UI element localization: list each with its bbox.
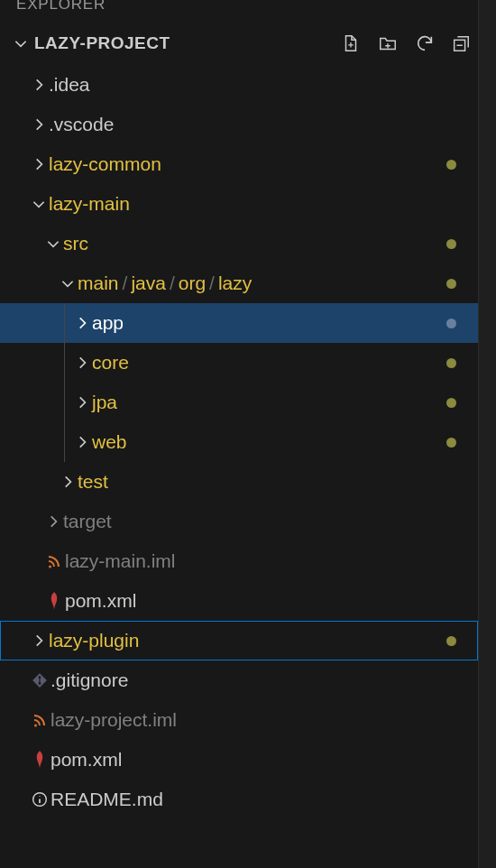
- chevron-right-icon: [29, 156, 49, 172]
- tree-label: README.md: [51, 789, 467, 810]
- tree-label: lazy-main.iml: [65, 550, 467, 572]
- modified-dot-icon: [446, 239, 456, 249]
- maven-file-icon: [29, 751, 51, 769]
- tree-label: main/java/org/lazy: [78, 272, 446, 294]
- file-gitignore[interactable]: .gitignore: [0, 660, 478, 700]
- info-file-icon: [29, 791, 51, 808]
- chevron-down-icon: [13, 35, 29, 51]
- tree-label: jpa: [92, 392, 446, 413]
- path-separator: /: [166, 272, 179, 293]
- chevron-down-icon: [43, 235, 63, 252]
- folder-target[interactable]: target: [0, 502, 478, 541]
- explorer-label: EXPLORER: [16, 0, 106, 14]
- folder-test[interactable]: test: [0, 462, 478, 502]
- tree-label: lazy-plugin: [49, 630, 446, 651]
- folder-core[interactable]: core: [0, 343, 478, 383]
- path-separator: /: [206, 272, 218, 293]
- tree-label: pom.xml: [65, 590, 467, 612]
- file-tree: .idea .vscode lazy-common lazy-main src: [0, 65, 478, 819]
- file-lazy-main-iml[interactable]: lazy-main.iml: [0, 541, 478, 581]
- modified-dot-icon: [446, 160, 456, 170]
- chevron-right-icon: [72, 394, 92, 411]
- tree-label: web: [92, 431, 446, 453]
- folder-web[interactable]: web: [0, 422, 478, 462]
- folder-app[interactable]: app: [0, 303, 478, 343]
- chevron-right-icon: [58, 474, 78, 490]
- path-seg: java: [131, 272, 166, 293]
- tree-label: core: [92, 352, 446, 374]
- path-separator: /: [119, 272, 132, 293]
- rss-file-icon: [29, 713, 51, 727]
- modified-dot-icon: [446, 279, 456, 289]
- path-seg: lazy: [218, 272, 252, 293]
- modified-dot-icon: [446, 636, 456, 646]
- chevron-right-icon: [29, 633, 49, 649]
- header-actions: [341, 33, 471, 53]
- modified-dot-icon: [446, 398, 456, 408]
- editor-edge: [478, 0, 496, 868]
- project-name: LAZY-PROJECT: [34, 33, 170, 53]
- tree-label: lazy-common: [49, 153, 446, 175]
- tree-label: lazy-main: [49, 193, 467, 215]
- folder-src[interactable]: src: [0, 224, 478, 263]
- tree-label: .gitignore: [51, 669, 467, 691]
- tree-label: app: [92, 312, 446, 334]
- file-lazy-project-iml[interactable]: lazy-project.iml: [0, 700, 478, 740]
- tree-label: lazy-project.iml: [51, 709, 467, 731]
- folder-jpa[interactable]: jpa: [0, 383, 478, 422]
- chevron-right-icon: [29, 77, 49, 93]
- path-seg: main: [78, 272, 119, 293]
- chevron-right-icon: [29, 116, 49, 133]
- file-readme[interactable]: README.md: [0, 780, 478, 819]
- modified-dot-icon: [446, 358, 456, 368]
- file-pom-xml-1[interactable]: pom.xml: [0, 581, 478, 621]
- chevron-right-icon: [72, 434, 92, 450]
- file-pom-xml-2[interactable]: pom.xml: [0, 740, 478, 780]
- tree-label: pom.xml: [51, 749, 467, 771]
- tree-label: .idea: [49, 74, 467, 96]
- rss-file-icon: [43, 554, 65, 568]
- folder-lazy-plugin[interactable]: lazy-plugin: [0, 621, 478, 660]
- folder-lazy-common[interactable]: lazy-common: [0, 144, 478, 184]
- new-folder-icon[interactable]: [377, 33, 399, 53]
- refresh-icon[interactable]: [415, 33, 435, 53]
- folder-lazy-main[interactable]: lazy-main: [0, 184, 478, 224]
- chevron-right-icon: [72, 315, 92, 331]
- chevron-right-icon: [43, 513, 63, 530]
- modified-dot-icon: [446, 438, 456, 448]
- new-file-icon[interactable]: [341, 33, 361, 53]
- path-seg: org: [179, 272, 206, 293]
- chevron-down-icon: [58, 275, 78, 291]
- explorer-panel: EXPLORER LAZY-PROJECT: [0, 0, 478, 868]
- git-file-icon: [29, 672, 51, 688]
- tree-label: test: [78, 471, 467, 493]
- project-title: LAZY-PROJECT: [13, 33, 341, 53]
- tree-label: target: [63, 511, 467, 532]
- project-header[interactable]: LAZY-PROJECT: [0, 27, 478, 60]
- collapse-all-icon[interactable]: [451, 33, 471, 53]
- chevron-right-icon: [72, 355, 92, 371]
- panel-title: EXPLORER: [0, 0, 478, 9]
- tree-label: .vscode: [49, 114, 467, 135]
- folder-idea[interactable]: .idea: [0, 65, 478, 105]
- chevron-down-icon: [29, 196, 49, 212]
- maven-file-icon: [43, 592, 65, 610]
- tree-label: src: [63, 233, 446, 254]
- folder-vscode[interactable]: .vscode: [0, 105, 478, 144]
- folder-main-java-org-lazy[interactable]: main/java/org/lazy: [0, 263, 478, 303]
- untracked-dot-icon: [446, 319, 456, 328]
